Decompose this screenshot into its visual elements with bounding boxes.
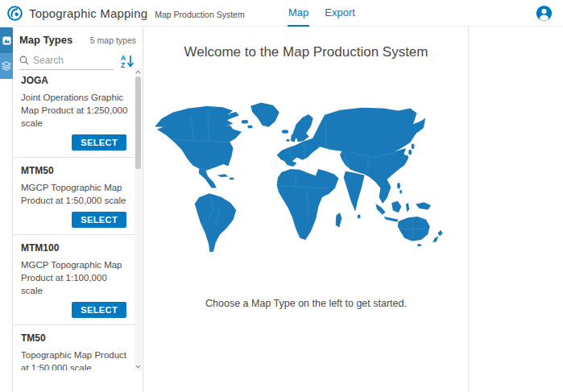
map-type-item: JOGA Joint Operations Graphic Map Produc… bbox=[14, 68, 135, 158]
panel-title: Map Types bbox=[19, 34, 72, 46]
select-button[interactable]: SELECT bbox=[72, 302, 126, 318]
tool-rail bbox=[0, 27, 13, 392]
globe-logo-icon bbox=[6, 5, 23, 22]
scrollbar-thumb[interactable] bbox=[135, 76, 141, 169]
welcome-heading: Welcome to the Map Production System bbox=[144, 44, 468, 60]
tool-rail-group bbox=[0, 27, 13, 79]
app-window: Topographic Mapping Map Production Syste… bbox=[0, 0, 563, 392]
search-input[interactable] bbox=[33, 55, 101, 66]
map-types-panel: Map Types 5 map types A Z JOGA Joint Ope… bbox=[14, 27, 143, 392]
map-type-name: TM50 bbox=[19, 329, 128, 345]
world-map bbox=[152, 96, 460, 256]
map-icon[interactable] bbox=[0, 27, 13, 53]
map-type-item: MTM100 MGCP Topographic Map Product at 1… bbox=[14, 235, 135, 325]
app-header: Topographic Mapping Map Production Syste… bbox=[0, 0, 563, 27]
map-type-name: MTM50 bbox=[19, 162, 128, 178]
scroll-up-icon[interactable] bbox=[135, 68, 142, 76]
brand: Topographic Mapping Map Production Syste… bbox=[6, 0, 245, 27]
sidebar-scrollbar[interactable] bbox=[135, 68, 142, 370]
map-type-description: MGCP Topographic Map Product at 1:50,000… bbox=[21, 181, 128, 207]
select-button[interactable]: SELECT bbox=[72, 134, 126, 151]
map-type-count: 5 map types bbox=[90, 35, 136, 45]
app-title: Topographic Mapping bbox=[29, 6, 147, 20]
tab-map[interactable]: Map bbox=[288, 0, 309, 27]
app-subtitle: Map Production System bbox=[155, 8, 244, 19]
map-type-list: JOGA Joint Operations Graphic Map Produc… bbox=[14, 68, 135, 370]
scroll-down-icon[interactable] bbox=[135, 362, 142, 370]
map-type-description: Topographic Map Product at 1:50,000 scal… bbox=[21, 349, 128, 370]
map-type-item: TM50 Topographic Map Product at 1:50,000… bbox=[14, 325, 135, 370]
layers-icon[interactable] bbox=[0, 53, 13, 79]
helper-text: Choose a Map Type on the left to get sta… bbox=[144, 298, 468, 309]
user-avatar-icon[interactable] bbox=[536, 5, 553, 22]
right-empty-panel bbox=[470, 27, 563, 392]
search-icon bbox=[19, 56, 29, 65]
sort-az-icon[interactable]: A Z bbox=[120, 54, 136, 68]
select-button[interactable]: SELECT bbox=[72, 212, 126, 228]
map-type-name: JOGA bbox=[19, 72, 128, 88]
main-content: Welcome to the Map Production System bbox=[144, 27, 469, 392]
map-type-description: MGCP Topographic Map Product at 1:100,00… bbox=[21, 258, 128, 297]
map-type-item: MTM50 MGCP Topographic Map Product at 1:… bbox=[14, 158, 135, 235]
map-type-name: MTM100 bbox=[19, 239, 128, 255]
header-tabs: Map Export bbox=[288, 0, 356, 27]
tab-export[interactable]: Export bbox=[324, 0, 356, 27]
map-type-description: Joint Operations Graphic Map Product at … bbox=[21, 91, 128, 130]
